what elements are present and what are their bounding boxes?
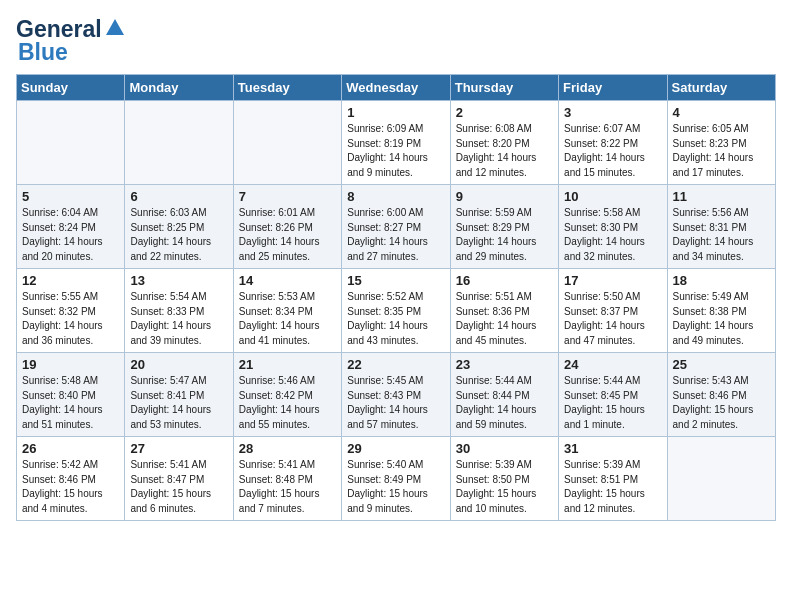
day-number: 3 — [564, 105, 661, 120]
day-number: 15 — [347, 273, 444, 288]
day-number: 1 — [347, 105, 444, 120]
col-header-tuesday: Tuesday — [233, 75, 341, 101]
day-info: Sunrise: 5:59 AM Sunset: 8:29 PM Dayligh… — [456, 206, 553, 264]
day-info: Sunrise: 5:42 AM Sunset: 8:46 PM Dayligh… — [22, 458, 119, 516]
day-number: 4 — [673, 105, 770, 120]
calendar-cell: 20Sunrise: 5:47 AM Sunset: 8:41 PM Dayli… — [125, 353, 233, 437]
day-info: Sunrise: 5:53 AM Sunset: 8:34 PM Dayligh… — [239, 290, 336, 348]
calendar-cell: 13Sunrise: 5:54 AM Sunset: 8:33 PM Dayli… — [125, 269, 233, 353]
col-header-saturday: Saturday — [667, 75, 775, 101]
logo-triangle-icon — [104, 17, 126, 39]
day-info: Sunrise: 5:52 AM Sunset: 8:35 PM Dayligh… — [347, 290, 444, 348]
calendar-cell: 8Sunrise: 6:00 AM Sunset: 8:27 PM Daylig… — [342, 185, 450, 269]
day-number: 20 — [130, 357, 227, 372]
calendar-cell: 9Sunrise: 5:59 AM Sunset: 8:29 PM Daylig… — [450, 185, 558, 269]
day-number: 9 — [456, 189, 553, 204]
col-header-monday: Monday — [125, 75, 233, 101]
calendar-week-1: 1Sunrise: 6:09 AM Sunset: 8:19 PM Daylig… — [17, 101, 776, 185]
day-info: Sunrise: 5:41 AM Sunset: 8:48 PM Dayligh… — [239, 458, 336, 516]
day-number: 8 — [347, 189, 444, 204]
svg-marker-0 — [106, 19, 124, 35]
calendar-cell — [667, 437, 775, 521]
day-info: Sunrise: 5:49 AM Sunset: 8:38 PM Dayligh… — [673, 290, 770, 348]
calendar-cell — [233, 101, 341, 185]
day-number: 27 — [130, 441, 227, 456]
day-number: 14 — [239, 273, 336, 288]
calendar-cell: 3Sunrise: 6:07 AM Sunset: 8:22 PM Daylig… — [559, 101, 667, 185]
calendar-cell: 18Sunrise: 5:49 AM Sunset: 8:38 PM Dayli… — [667, 269, 775, 353]
calendar-cell: 12Sunrise: 5:55 AM Sunset: 8:32 PM Dayli… — [17, 269, 125, 353]
calendar-cell — [17, 101, 125, 185]
day-info: Sunrise: 5:56 AM Sunset: 8:31 PM Dayligh… — [673, 206, 770, 264]
day-number: 7 — [239, 189, 336, 204]
day-number: 18 — [673, 273, 770, 288]
day-number: 5 — [22, 189, 119, 204]
day-number: 17 — [564, 273, 661, 288]
day-info: Sunrise: 6:01 AM Sunset: 8:26 PM Dayligh… — [239, 206, 336, 264]
calendar-cell: 1Sunrise: 6:09 AM Sunset: 8:19 PM Daylig… — [342, 101, 450, 185]
day-info: Sunrise: 5:54 AM Sunset: 8:33 PM Dayligh… — [130, 290, 227, 348]
calendar-week-5: 26Sunrise: 5:42 AM Sunset: 8:46 PM Dayli… — [17, 437, 776, 521]
day-number: 12 — [22, 273, 119, 288]
calendar-cell — [125, 101, 233, 185]
day-info: Sunrise: 5:46 AM Sunset: 8:42 PM Dayligh… — [239, 374, 336, 432]
calendar-cell: 14Sunrise: 5:53 AM Sunset: 8:34 PM Dayli… — [233, 269, 341, 353]
calendar-cell: 4Sunrise: 6:05 AM Sunset: 8:23 PM Daylig… — [667, 101, 775, 185]
calendar-week-2: 5Sunrise: 6:04 AM Sunset: 8:24 PM Daylig… — [17, 185, 776, 269]
calendar-week-4: 19Sunrise: 5:48 AM Sunset: 8:40 PM Dayli… — [17, 353, 776, 437]
day-info: Sunrise: 5:58 AM Sunset: 8:30 PM Dayligh… — [564, 206, 661, 264]
col-header-thursday: Thursday — [450, 75, 558, 101]
day-number: 13 — [130, 273, 227, 288]
day-info: Sunrise: 5:40 AM Sunset: 8:49 PM Dayligh… — [347, 458, 444, 516]
day-info: Sunrise: 6:08 AM Sunset: 8:20 PM Dayligh… — [456, 122, 553, 180]
day-info: Sunrise: 6:09 AM Sunset: 8:19 PM Dayligh… — [347, 122, 444, 180]
day-number: 25 — [673, 357, 770, 372]
calendar-header-row: SundayMondayTuesdayWednesdayThursdayFrid… — [17, 75, 776, 101]
day-number: 24 — [564, 357, 661, 372]
day-number: 30 — [456, 441, 553, 456]
calendar-cell: 5Sunrise: 6:04 AM Sunset: 8:24 PM Daylig… — [17, 185, 125, 269]
day-info: Sunrise: 5:47 AM Sunset: 8:41 PM Dayligh… — [130, 374, 227, 432]
day-number: 6 — [130, 189, 227, 204]
calendar-cell: 29Sunrise: 5:40 AM Sunset: 8:49 PM Dayli… — [342, 437, 450, 521]
calendar-cell: 27Sunrise: 5:41 AM Sunset: 8:47 PM Dayli… — [125, 437, 233, 521]
day-info: Sunrise: 5:48 AM Sunset: 8:40 PM Dayligh… — [22, 374, 119, 432]
day-info: Sunrise: 5:50 AM Sunset: 8:37 PM Dayligh… — [564, 290, 661, 348]
col-header-friday: Friday — [559, 75, 667, 101]
calendar-cell: 23Sunrise: 5:44 AM Sunset: 8:44 PM Dayli… — [450, 353, 558, 437]
day-info: Sunrise: 5:44 AM Sunset: 8:44 PM Dayligh… — [456, 374, 553, 432]
logo-text-blue: Blue — [18, 39, 68, 65]
day-number: 10 — [564, 189, 661, 204]
day-info: Sunrise: 6:00 AM Sunset: 8:27 PM Dayligh… — [347, 206, 444, 264]
day-number: 11 — [673, 189, 770, 204]
calendar-cell: 31Sunrise: 5:39 AM Sunset: 8:51 PM Dayli… — [559, 437, 667, 521]
day-info: Sunrise: 6:03 AM Sunset: 8:25 PM Dayligh… — [130, 206, 227, 264]
day-number: 19 — [22, 357, 119, 372]
day-number: 2 — [456, 105, 553, 120]
calendar-table: SundayMondayTuesdayWednesdayThursdayFrid… — [16, 74, 776, 521]
day-info: Sunrise: 5:51 AM Sunset: 8:36 PM Dayligh… — [456, 290, 553, 348]
calendar-cell: 2Sunrise: 6:08 AM Sunset: 8:20 PM Daylig… — [450, 101, 558, 185]
day-number: 21 — [239, 357, 336, 372]
calendar-cell: 7Sunrise: 6:01 AM Sunset: 8:26 PM Daylig… — [233, 185, 341, 269]
calendar-cell: 26Sunrise: 5:42 AM Sunset: 8:46 PM Dayli… — [17, 437, 125, 521]
day-number: 29 — [347, 441, 444, 456]
calendar-cell: 21Sunrise: 5:46 AM Sunset: 8:42 PM Dayli… — [233, 353, 341, 437]
day-number: 28 — [239, 441, 336, 456]
calendar-cell: 17Sunrise: 5:50 AM Sunset: 8:37 PM Dayli… — [559, 269, 667, 353]
calendar-cell: 30Sunrise: 5:39 AM Sunset: 8:50 PM Dayli… — [450, 437, 558, 521]
calendar-cell: 25Sunrise: 5:43 AM Sunset: 8:46 PM Dayli… — [667, 353, 775, 437]
day-number: 31 — [564, 441, 661, 456]
day-info: Sunrise: 6:07 AM Sunset: 8:22 PM Dayligh… — [564, 122, 661, 180]
day-info: Sunrise: 5:44 AM Sunset: 8:45 PM Dayligh… — [564, 374, 661, 432]
day-info: Sunrise: 6:05 AM Sunset: 8:23 PM Dayligh… — [673, 122, 770, 180]
day-info: Sunrise: 5:39 AM Sunset: 8:50 PM Dayligh… — [456, 458, 553, 516]
calendar-cell: 10Sunrise: 5:58 AM Sunset: 8:30 PM Dayli… — [559, 185, 667, 269]
calendar-cell: 11Sunrise: 5:56 AM Sunset: 8:31 PM Dayli… — [667, 185, 775, 269]
day-info: Sunrise: 5:43 AM Sunset: 8:46 PM Dayligh… — [673, 374, 770, 432]
day-number: 23 — [456, 357, 553, 372]
day-number: 26 — [22, 441, 119, 456]
day-info: Sunrise: 5:55 AM Sunset: 8:32 PM Dayligh… — [22, 290, 119, 348]
day-info: Sunrise: 5:41 AM Sunset: 8:47 PM Dayligh… — [130, 458, 227, 516]
day-info: Sunrise: 6:04 AM Sunset: 8:24 PM Dayligh… — [22, 206, 119, 264]
